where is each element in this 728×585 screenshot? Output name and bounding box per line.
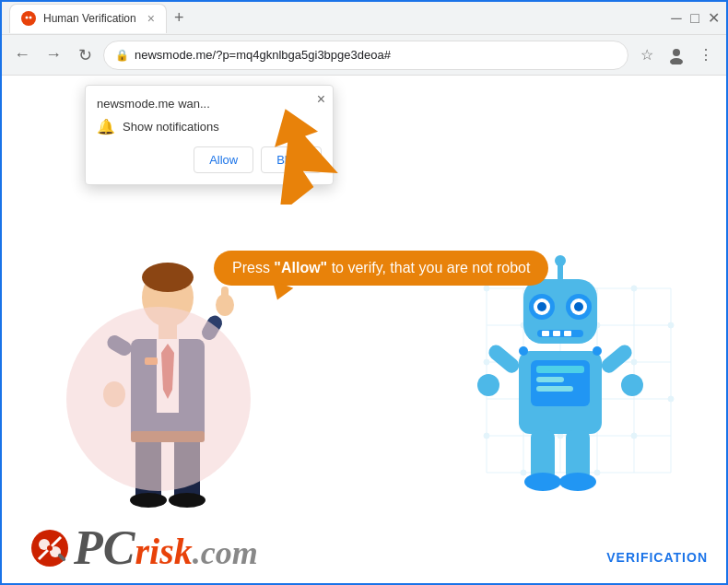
minimize-button[interactable]: ─ bbox=[671, 13, 682, 24]
person-circle-bg bbox=[66, 307, 251, 491]
robot-illustration bbox=[468, 252, 652, 509]
url-text: newsmode.me/?p=mq4gknlbga5gi3bpge3deoa# bbox=[135, 48, 616, 62]
logo-icon bbox=[29, 528, 70, 568]
logo-pc: PC bbox=[74, 524, 135, 572]
orange-arrow bbox=[251, 103, 343, 208]
svg-point-41 bbox=[668, 322, 674, 328]
browser-window: Human Verification × + ─ □ ✕ ← → ↻ 🔒 new… bbox=[0, 0, 728, 585]
window-close-button[interactable]: ✕ bbox=[708, 13, 719, 24]
bell-icon: 🔔 bbox=[97, 118, 115, 135]
svg-point-80 bbox=[593, 346, 602, 356]
popup-notification-text: Show notifications bbox=[123, 120, 219, 134]
svg-point-20 bbox=[130, 493, 167, 508]
refresh-button[interactable]: ↻ bbox=[72, 42, 98, 68]
back-button[interactable]: ← bbox=[9, 42, 35, 68]
footer-brand: PC risk .com bbox=[29, 524, 258, 572]
svg-marker-6 bbox=[251, 103, 343, 205]
speech-allow-highlight: "Allow" bbox=[274, 260, 327, 275]
svg-rect-63 bbox=[542, 331, 549, 336]
window-controls: ─ □ ✕ bbox=[671, 13, 719, 24]
bookmark-button[interactable]: ☆ bbox=[634, 42, 660, 68]
svg-rect-65 bbox=[564, 331, 571, 336]
svg-rect-69 bbox=[536, 377, 564, 382]
svg-point-79 bbox=[519, 346, 528, 356]
active-tab[interactable]: Human Verification × bbox=[9, 4, 167, 33]
lock-icon: 🔒 bbox=[115, 49, 129, 62]
forward-button[interactable]: → bbox=[41, 42, 66, 68]
address-bar[interactable]: 🔒 newsmode.me/?p=mq4gknlbga5gi3bpge3deoa… bbox=[103, 41, 628, 70]
verification-text: VERIFICATION bbox=[606, 550, 708, 565]
svg-rect-64 bbox=[553, 331, 560, 336]
svg-point-2 bbox=[29, 17, 32, 19]
title-bar: Human Verification × + ─ □ ✕ bbox=[2, 2, 726, 35]
svg-point-0 bbox=[24, 14, 33, 23]
tab-title: Human Verification bbox=[43, 12, 136, 25]
svg-point-55 bbox=[555, 255, 566, 266]
logo-dotcom: .com bbox=[193, 536, 258, 569]
svg-rect-68 bbox=[536, 366, 584, 373]
speech-text-after: to verify, that you are not robot bbox=[327, 260, 530, 275]
tab-bar: Human Verification × + bbox=[9, 4, 671, 33]
svg-point-85 bbox=[47, 545, 53, 551]
svg-point-73 bbox=[477, 374, 499, 396]
svg-point-8 bbox=[142, 263, 194, 292]
speech-text-before: Press bbox=[232, 260, 274, 275]
new-tab-button[interactable]: + bbox=[167, 5, 192, 31]
nav-right-icons: ☆ ⋮ bbox=[634, 42, 719, 68]
tab-favicon bbox=[21, 11, 36, 26]
menu-button[interactable]: ⋮ bbox=[693, 42, 719, 68]
svg-rect-70 bbox=[536, 386, 573, 392]
logo-risk: risk bbox=[135, 533, 192, 570]
svg-point-47 bbox=[668, 396, 674, 402]
logo-text-group: PC risk .com bbox=[74, 524, 258, 572]
svg-point-3 bbox=[673, 49, 680, 56]
nav-bar: ← → ↻ 🔒 newsmode.me/?p=mq4gknlbga5gi3bpg… bbox=[2, 35, 726, 76]
svg-point-74 bbox=[621, 374, 643, 396]
tab-close-button[interactable]: × bbox=[147, 11, 155, 26]
allow-button[interactable]: Allow bbox=[194, 146, 253, 173]
svg-point-60 bbox=[537, 302, 546, 311]
svg-point-21 bbox=[169, 493, 205, 508]
page-content: × newsmode.me wan... 🔔 Show notification… bbox=[2, 76, 726, 583]
svg-point-1 bbox=[26, 17, 29, 19]
svg-rect-72 bbox=[599, 342, 635, 376]
svg-point-77 bbox=[524, 473, 561, 491]
maximize-button[interactable]: □ bbox=[689, 13, 700, 24]
svg-point-4 bbox=[670, 58, 683, 64]
svg-rect-17 bbox=[221, 287, 229, 307]
user-button[interactable] bbox=[663, 42, 689, 68]
svg-point-61 bbox=[574, 302, 583, 311]
svg-point-78 bbox=[559, 473, 596, 491]
svg-rect-71 bbox=[486, 342, 522, 376]
speech-bubble: Press "Allow" to verify, that you are no… bbox=[214, 251, 548, 286]
